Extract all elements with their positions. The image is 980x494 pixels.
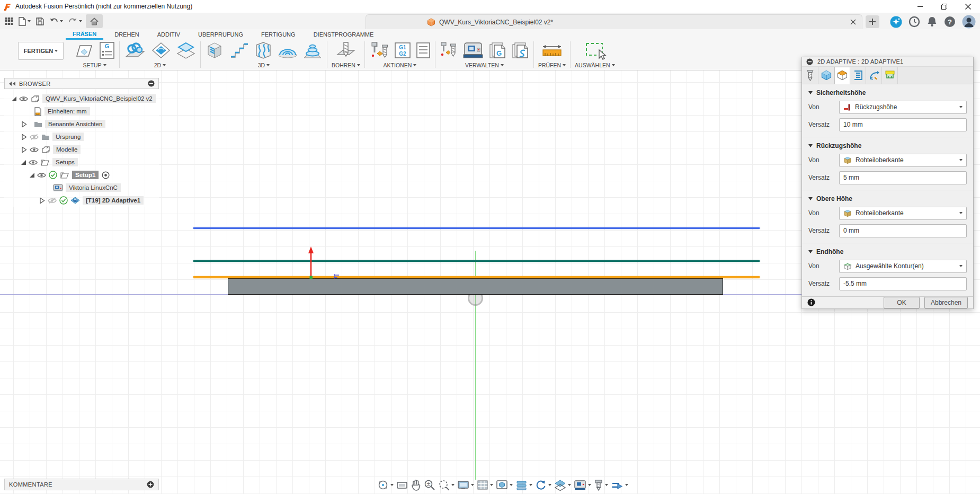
help-icon[interactable]: ? [944, 16, 956, 28]
cancel-button[interactable]: Abbrechen [924, 297, 968, 308]
group-label-2d[interactable]: 2D [154, 61, 166, 69]
viewports-tool[interactable] [496, 479, 513, 491]
tree-label-selected[interactable]: Setup1 [72, 171, 99, 179]
tree-row-models[interactable]: Modelle [4, 143, 159, 156]
display-settings-tool[interactable] [457, 479, 474, 491]
machine-display-caret[interactable] [588, 484, 591, 486]
tree-row-root[interactable]: QWV_Kurs_ViktoriaCNC_Beispiel02 v2 [4, 92, 159, 105]
3d-contour-icon[interactable] [254, 41, 273, 60]
simulate-icon[interactable] [369, 41, 389, 60]
von-dropdown[interactable]: Rückzugshöhe [839, 101, 967, 114]
machine-library-icon[interactable] [462, 42, 484, 59]
machine-display-tool[interactable] [574, 479, 591, 491]
tab-fraesen[interactable]: FRÄSEN [66, 29, 103, 40]
grid-settings-caret[interactable] [490, 484, 493, 486]
tree-row-setup1[interactable]: Setup1 [4, 169, 159, 181]
post-process-icon[interactable]: G1G2 [394, 42, 411, 59]
expanded-icon[interactable] [30, 173, 34, 178]
3d-spiral-steps-icon[interactable] [302, 42, 323, 59]
2d-adaptive-icon[interactable] [124, 41, 146, 60]
collapsed-icon[interactable] [39, 197, 45, 204]
steps-display-caret[interactable] [529, 484, 532, 486]
account-avatar[interactable] [962, 15, 976, 29]
tree-label[interactable]: Ursprung [52, 133, 84, 141]
3d-flat-steps-icon[interactable] [229, 41, 249, 59]
versatz-input[interactable] [839, 277, 967, 290]
group-label-verwalten[interactable]: VERWALTEN [465, 61, 504, 69]
job-status-clock-icon[interactable] [908, 16, 920, 28]
expanded-icon[interactable] [12, 96, 16, 101]
section-header[interactable]: Obere Höhe [808, 195, 967, 202]
display-settings-caret[interactable] [471, 484, 474, 486]
grid-settings-tool[interactable] [477, 479, 493, 491]
tree-label[interactable]: Einheiten: mm [44, 107, 90, 116]
2d-pocket-icon[interactable] [151, 41, 171, 59]
collapsed-icon[interactable] [21, 146, 27, 153]
extensions-icon[interactable] [890, 16, 902, 28]
close-button[interactable] [956, 0, 980, 13]
group-label-setup[interactable]: SETUP [83, 61, 106, 69]
2d-face-icon[interactable] [176, 42, 196, 59]
post-library-icon[interactable]: G [488, 41, 506, 59]
panel-minimize-icon[interactable] [148, 80, 155, 87]
app-grid-button[interactable] [3, 14, 15, 28]
dialog-header[interactable]: 2D ADAPTIVE : 2D ADAPTIVE1 [802, 57, 973, 67]
visibility-eye-icon[interactable] [19, 96, 28, 102]
zoom-window-tool[interactable] [438, 479, 455, 491]
visual-style-caret[interactable] [568, 484, 571, 486]
visibility-eye-icon[interactable] [37, 172, 46, 178]
group-label-pruefen[interactable]: PRÜFEN [538, 61, 566, 69]
zoom-tool[interactable]: ± [424, 479, 435, 491]
file-menu-button[interactable] [17, 14, 32, 28]
ok-button[interactable]: OK [884, 297, 920, 308]
steps-display-tool[interactable] [515, 479, 532, 491]
tree-row-setups[interactable]: Setups [4, 156, 159, 169]
tree-row-units[interactable]: Einheiten: mm [4, 105, 159, 118]
3d-adaptive-icon[interactable] [205, 41, 224, 60]
geometry-tab[interactable] [818, 67, 834, 84]
refresh-tool[interactable] [535, 479, 551, 491]
pan-tool[interactable] [411, 479, 421, 491]
manufacture-dropdown-button[interactable]: FERTIGEN [18, 42, 64, 60]
tree-label[interactable]: QWV_Kurs_ViktoriaCNC_Beispiel02 v2 [42, 94, 156, 103]
add-comment-icon[interactable] [147, 481, 154, 488]
3d-morph-dome-icon[interactable] [278, 42, 298, 58]
tool-display-tool[interactable] [594, 479, 608, 491]
collapsed-icon[interactable] [21, 134, 27, 140]
look-at-tool[interactable] [396, 479, 408, 491]
dialog-minimize-icon[interactable] [806, 58, 813, 65]
visibility-eye-icon[interactable] [30, 147, 39, 153]
zoom-window-caret[interactable] [451, 484, 455, 486]
tree-row-origin[interactable]: Ursprung [4, 130, 159, 143]
redo-button[interactable] [67, 14, 84, 28]
tool-tab[interactable] [803, 67, 818, 84]
info-icon[interactable] [807, 298, 815, 306]
minimize-button[interactable] [908, 0, 932, 13]
expanded-icon[interactable] [21, 160, 26, 165]
section-header[interactable]: Sicherheitshöhe [808, 89, 967, 96]
von-dropdown[interactable]: Ausgewählte Kontur(en) [839, 260, 967, 273]
versatz-input[interactable] [839, 171, 967, 184]
tab-ueberpruefung[interactable]: ÜBERPRÜFUNG [191, 29, 250, 40]
stock-contours-tab[interactable] [882, 67, 898, 84]
tab-drehen[interactable]: DREHEN [108, 29, 146, 40]
drill-icon[interactable] [335, 41, 357, 60]
tree-label[interactable]: [T19] 2D Adaptive1 [83, 196, 144, 205]
tab-dienstprogramme[interactable]: DIENSTPROGRAMME [307, 29, 381, 40]
save-button[interactable] [34, 14, 46, 28]
refresh-caret[interactable] [548, 484, 551, 486]
window-select-icon[interactable] [583, 41, 607, 60]
visibility-off-icon[interactable] [48, 197, 57, 204]
visual-style-tool[interactable] [554, 479, 571, 491]
visibility-eye-icon[interactable] [29, 160, 38, 165]
browser-header[interactable]: BROWSER [4, 78, 159, 89]
tree-row-machine[interactable]: Viktoria LinuxCnC [4, 181, 159, 194]
stock-section[interactable] [228, 278, 723, 295]
group-label-auswaehlen[interactable]: AUSWÄHLEN [575, 61, 615, 69]
active-target-icon[interactable] [102, 171, 110, 179]
visibility-off-icon[interactable] [30, 134, 39, 140]
orbit-tool[interactable] [377, 479, 394, 491]
tool-display-caret[interactable] [605, 484, 608, 486]
notifications-bell-icon[interactable] [926, 16, 938, 28]
von-dropdown[interactable]: Rohteiloberkante [839, 154, 967, 167]
